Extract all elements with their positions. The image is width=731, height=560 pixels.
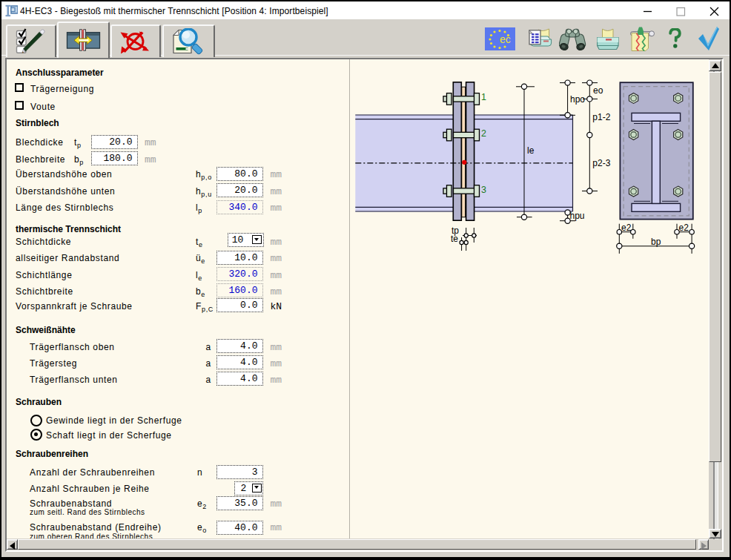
svg-text:3: 3 xyxy=(481,185,486,195)
svg-text:e2: e2 xyxy=(679,223,689,233)
svg-text:1: 1 xyxy=(481,92,486,102)
svg-text:bp: bp xyxy=(651,237,661,247)
svg-text:te: te xyxy=(451,234,458,244)
svg-text:2: 2 xyxy=(481,128,486,139)
svg-text:eo: eo xyxy=(593,85,603,96)
svg-text:hpu: hpu xyxy=(570,211,585,221)
svg-text:p1-2: p1-2 xyxy=(592,112,610,122)
svg-text:le: le xyxy=(527,145,535,156)
svg-text:hpo: hpo xyxy=(570,94,585,105)
svg-text:p2-3: p2-3 xyxy=(592,158,610,168)
svg-text:e2: e2 xyxy=(621,223,632,233)
